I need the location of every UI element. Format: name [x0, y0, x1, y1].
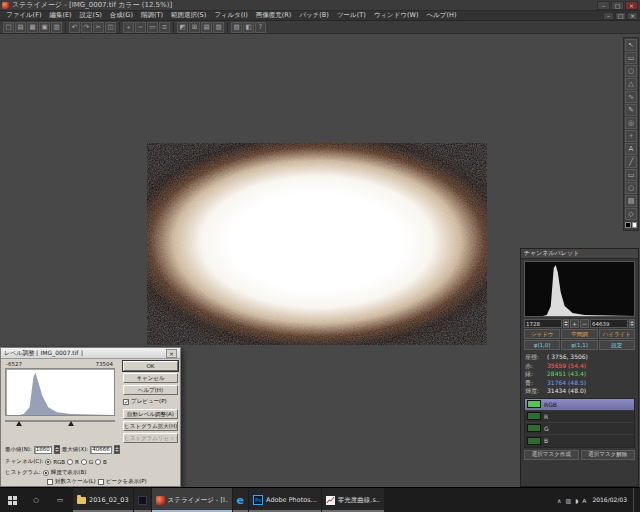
pan-tool-icon[interactable]: ＋ [625, 130, 637, 142]
redo-icon[interactable]: ↷ [81, 22, 92, 33]
child-minimize-button[interactable]: – [603, 12, 614, 20]
menu-tools[interactable]: ツール(T) [333, 11, 370, 20]
menu-filter[interactable]: フィルタ(I) [210, 11, 252, 20]
close-button[interactable]: × [625, 1, 638, 10]
dialog-titlebar[interactable]: レベル調整 [ IMG_0007.tif ] × [1, 348, 180, 359]
menu-batch[interactable]: バッチ(B) [295, 11, 333, 20]
min-slider-thumb[interactable] [16, 421, 22, 426]
taskbar-clock[interactable]: 2016/02/03 [590, 496, 629, 504]
batch-icon[interactable]: ▨ [231, 22, 242, 33]
range-max-spinner[interactable] [629, 319, 635, 328]
channel-row-b[interactable]: B [525, 435, 634, 447]
line-tool-icon[interactable]: ╱ [625, 156, 637, 168]
info-icon[interactable]: ◩ [177, 22, 188, 33]
child-restore-button[interactable]: □ [615, 12, 626, 20]
channel-range-max[interactable]: 64639 [590, 319, 628, 328]
fill-tool-icon[interactable]: ▨ [625, 195, 637, 207]
zoom-fit-icon[interactable]: ▭ [147, 22, 158, 33]
background-color-swatch[interactable] [632, 222, 638, 228]
help-icon[interactable]: ? [255, 22, 266, 33]
menu-selection[interactable]: 範囲選択(S) [167, 11, 210, 20]
menu-file[interactable]: ファイル(F) [2, 11, 45, 20]
search-icon[interactable]: ○ [24, 488, 48, 512]
range-plus-button[interactable]: + [570, 319, 579, 328]
new-file-icon[interactable]: □ [3, 22, 14, 33]
channel-row-g[interactable]: G [525, 423, 634, 435]
pencil-tool-icon[interactable]: ✎ [625, 104, 637, 116]
tray-expand-icon[interactable]: ∧ [557, 497, 561, 504]
select-tool-icon[interactable]: ↖ [625, 39, 637, 51]
help-button[interactable]: ヘルプ(H) [123, 385, 178, 395]
channel-range-min[interactable]: 1728 [524, 319, 562, 328]
zoom-actual-icon[interactable]: ≡ [159, 22, 170, 33]
dialog-close-icon[interactable]: × [166, 349, 177, 358]
zoom-out-icon[interactable]: − [135, 22, 146, 33]
max-slider-thumb[interactable] [68, 421, 74, 426]
log-scale-checkbox[interactable] [47, 479, 53, 485]
network-icon[interactable]: ▥ [565, 497, 571, 504]
channel-g-radio[interactable] [81, 459, 87, 465]
channel-r-radio[interactable] [67, 459, 73, 465]
text-tool-icon[interactable]: A [625, 143, 637, 155]
start-button[interactable] [0, 488, 24, 512]
auto-level-button[interactable]: 自動レベル調整(A) [123, 409, 178, 419]
phi-settings-button[interactable]: 設定 [599, 340, 635, 350]
volume-icon[interactable]: ◗ [575, 497, 578, 504]
menu-settings[interactable]: 設定(S) [76, 11, 106, 20]
undo-icon[interactable]: ↶ [69, 22, 80, 33]
preview-option[interactable]: プレビュー(P) [123, 398, 167, 405]
maximize-button[interactable]: □ [611, 1, 624, 10]
zoom-tool-icon[interactable]: ◎ [625, 117, 637, 129]
hist-reset-button[interactable]: ヒストグラムリセット [123, 433, 178, 443]
foreground-color-swatch[interactable] [625, 222, 631, 228]
zoom-in-icon[interactable]: ＋ [123, 22, 134, 33]
hist-expand-button[interactable]: ヒストグラム拡大(H) [123, 421, 178, 431]
max-spinner[interactable] [114, 445, 120, 454]
menu-edit[interactable]: 編集(E) [45, 11, 75, 20]
channel-rgb-radio[interactable] [45, 459, 51, 465]
grid-icon[interactable]: ⊞ [189, 22, 200, 33]
show-peak-checkbox[interactable] [98, 479, 104, 485]
range-minus-button[interactable]: − [580, 319, 589, 328]
save-all-icon[interactable]: ▣ [39, 22, 50, 33]
taskbar-app-item[interactable] [134, 488, 151, 512]
shadow-button[interactable]: シャドウ [524, 329, 560, 339]
channel-row-r[interactable]: R [525, 411, 634, 423]
channel-b-radio[interactable] [95, 459, 101, 465]
range-min-spinner[interactable] [563, 319, 569, 328]
rect-select-tool-icon[interactable]: ▭ [625, 52, 637, 64]
show-desktop-button[interactable] [633, 488, 637, 512]
max-value-field[interactable]: 40666 [90, 446, 112, 454]
tools-icon[interactable]: ◧ [243, 22, 254, 33]
ok-button[interactable]: OK [123, 361, 178, 371]
ruler-icon[interactable]: ▤ [201, 22, 212, 33]
minimize-button[interactable]: – [597, 1, 610, 10]
task-view-icon[interactable]: ▭ [48, 488, 72, 512]
taskbar-stella-item[interactable]: ステライメージ - [I... [152, 488, 232, 512]
rect-tool-icon[interactable]: ▭ [625, 169, 637, 181]
menu-tone[interactable]: 階調(T) [137, 11, 167, 20]
menu-help[interactable]: ヘルプ(H) [423, 11, 461, 20]
ime-indicator[interactable]: A [582, 497, 586, 504]
menu-window[interactable]: ウィンドウ(W) [370, 11, 423, 20]
taskbar-photoshop-item[interactable]: Ps Adobe Photos... [249, 488, 321, 512]
menu-restoration[interactable]: 画像復元(R) [252, 11, 296, 20]
midtone-button[interactable]: 中間調 [561, 329, 597, 339]
ellipse-select-tool-icon[interactable]: ○ [625, 65, 637, 77]
copy-icon[interactable]: ◫ [105, 22, 116, 33]
mask-clear-button[interactable]: 選択マスク解除 [581, 450, 636, 460]
taskbar-chart-item[interactable]: 零光度曲線.s.. [322, 488, 384, 512]
child-close-button[interactable]: × [627, 12, 638, 20]
min-spinner[interactable] [54, 445, 60, 454]
luminance-display-radio[interactable] [43, 470, 49, 476]
ellipse-tool-icon[interactable]: ○ [625, 182, 637, 194]
save-icon[interactable]: ▦ [27, 22, 38, 33]
phi-11-button[interactable]: φ(1,1) [561, 340, 597, 350]
mask-create-button[interactable]: 選択マスク作成 [524, 450, 579, 460]
taskbar-explorer-item[interactable]: 2016_02_03 [73, 488, 133, 512]
open-file-icon[interactable]: ▤ [15, 22, 26, 33]
palette-icon[interactable]: ▧ [213, 22, 224, 33]
cut-icon[interactable]: ✂ [93, 22, 104, 33]
menu-composite[interactable]: 合成(G) [106, 11, 137, 20]
taskbar-edge-item[interactable]: e [233, 488, 248, 512]
